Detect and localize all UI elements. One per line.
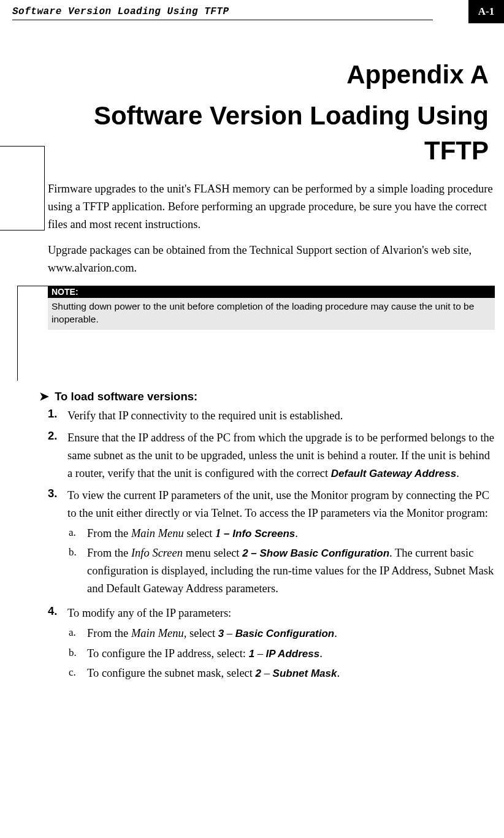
sub-item: a. From the Main Menu select 1 – Info Sc…: [67, 525, 495, 543]
sub-text: From the Main Menu select 1 – Info Scree…: [87, 525, 495, 543]
bold-term: Default Gateway Address: [331, 468, 456, 479]
page-number: A-1: [478, 6, 494, 18]
decorative-side-box: [0, 146, 45, 230]
note-side-connector: [17, 286, 48, 381]
step-number: 1.: [48, 407, 67, 425]
section-title: Software Version Loading Using TFTP: [48, 99, 495, 168]
step-number: 4.: [48, 604, 67, 685]
note-block: NOTE: Shutting down power to the unit be…: [48, 286, 495, 330]
step-item: 4. To modify any of the IP parameters: a…: [48, 604, 495, 685]
sub-item: b. To configure the IP address, select: …: [67, 645, 495, 663]
page-number-box: A-1: [468, 0, 504, 23]
step-list: 1. Verify that IP connectivity to the re…: [48, 407, 495, 685]
step-item: 3. To view the current IP parameters of …: [48, 487, 495, 600]
step-item: 2. Ensure that the IP address of the PC …: [48, 429, 495, 482]
procedure-heading-text: To load software versions:: [55, 390, 197, 403]
step-number: 3.: [48, 487, 67, 600]
step-number: 2.: [48, 429, 67, 482]
sub-text: To configure the subnet mask, select 2 –…: [87, 665, 495, 682]
page: Software Version Loading Using TFTP A-1 …: [0, 0, 504, 714]
page-header: Software Version Loading Using TFTP A-1: [0, 0, 504, 23]
sub-text: From the Main Menu, select 3 – Basic Con…: [87, 625, 495, 642]
note-label: NOTE:: [48, 286, 495, 298]
note-wrapper: NOTE: Shutting down power to the unit be…: [48, 286, 495, 330]
sub-list: a. From the Main Menu select 1 – Info Sc…: [67, 525, 495, 598]
procedure-heading: ➤ To load software versions:: [39, 390, 495, 403]
running-title: Software Version Loading Using TFTP: [0, 0, 468, 17]
step-text: To view the current IP parameters of the…: [67, 487, 495, 600]
sub-item: b. From the Info Screen menu select 2 – …: [67, 544, 495, 597]
content-area: Appendix A Software Version Loading Usin…: [0, 60, 504, 685]
step-item: 1. Verify that IP connectivity to the re…: [48, 407, 495, 425]
sub-item: a. From the Main Menu, select 3 – Basic …: [67, 625, 495, 642]
sub-item: c. To configure the subnet mask, select …: [67, 665, 495, 682]
intro-paragraph-2: Upgrade packages can be obtained from th…: [48, 242, 495, 276]
arrow-icon: ➤: [39, 390, 49, 403]
header-rule: [12, 20, 433, 20]
sub-text: From the Info Screen menu select 2 – Sho…: [87, 544, 495, 597]
step-text: Verify that IP connectivity to the requi…: [67, 407, 343, 425]
chapter-title: Appendix A: [48, 60, 495, 90]
sub-text: To configure the IP address, select: 1 –…: [87, 645, 495, 663]
sub-list: a. From the Main Menu, select 3 – Basic …: [67, 625, 495, 682]
note-content: Shutting down power to the unit before c…: [48, 298, 495, 330]
step-text: To modify any of the IP parameters: a. F…: [67, 604, 495, 685]
intro-paragraph-1: Firmware upgrades to the unit's FLASH me…: [48, 180, 495, 233]
step-text: Ensure that the IP address of the PC fro…: [67, 429, 495, 482]
